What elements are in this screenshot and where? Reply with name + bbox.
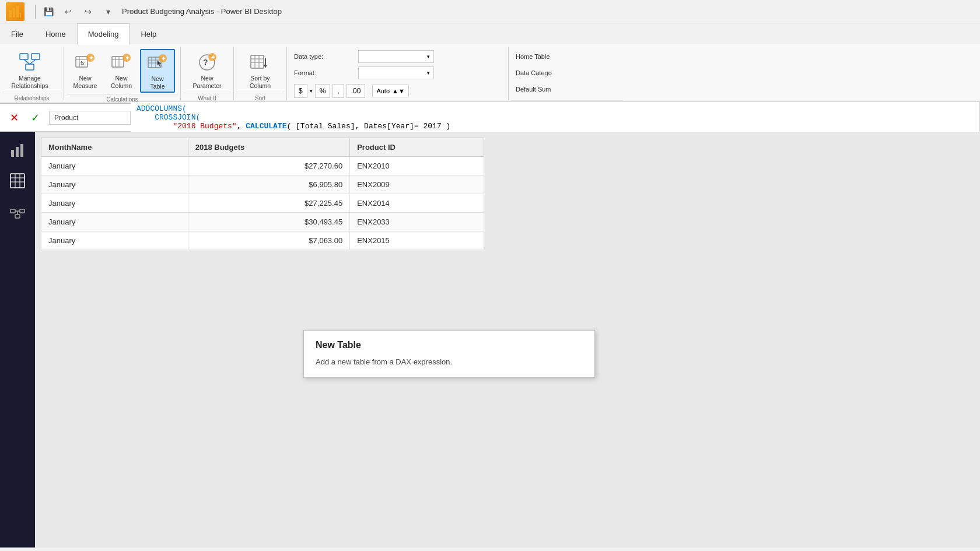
- cell-productid-1: ENX2010: [350, 157, 484, 176]
- quick-access-more-button[interactable]: ▾: [100, 5, 116, 19]
- svg-rect-4: [20, 54, 28, 59]
- cell-productid-2: ENX2009: [350, 176, 484, 194]
- svg-rect-41: [16, 147, 19, 157]
- menu-bar: File Home Modeling Help: [0, 23, 980, 44]
- decimal-button[interactable]: .00: [346, 84, 366, 98]
- currency-button[interactable]: $: [294, 84, 307, 98]
- svg-rect-43: [10, 174, 24, 188]
- new-measure-label: NewMeasure: [74, 75, 97, 89]
- header-2018budgets: 2018 Budgets: [188, 138, 349, 157]
- confirm-formula-button[interactable]: ✓: [28, 111, 42, 125]
- table-row: January $30,493.45 ENX2033: [41, 213, 484, 231]
- auto-down-icon[interactable]: ▼: [398, 87, 405, 94]
- formula-calculate: CALCULATE: [246, 122, 286, 131]
- data-type-arrow-icon: ▾: [427, 54, 430, 59]
- svg-rect-5: [32, 54, 40, 59]
- auto-label: Auto: [376, 87, 390, 94]
- svg-rect-6: [26, 64, 34, 70]
- formula-addcolumns: ADDCOLUMNS(: [136, 104, 187, 113]
- svg-rect-3: [20, 13, 21, 17]
- table-row: January $7,063.00 ENX2015: [41, 231, 484, 250]
- window-title: Product Budgeting Analysis - Power BI De…: [122, 7, 282, 16]
- default-sum-row: Default Sum: [516, 82, 574, 97]
- svg-rect-0: [9, 10, 12, 17]
- table-header-row: MonthName 2018 Budgets Product ID: [41, 138, 484, 157]
- svg-rect-2: [16, 6, 19, 17]
- app-logo: [6, 2, 24, 21]
- svg-line-7: [24, 59, 30, 64]
- manage-relationships-icon: [19, 51, 41, 73]
- ribbon-group-calculations: fx ✦ NewMeasure: [64, 47, 181, 100]
- cell-productid-4: ENX2033: [350, 213, 484, 231]
- undo-button[interactable]: ↩: [60, 5, 76, 19]
- svg-rect-48: [10, 209, 15, 213]
- format-value: [362, 69, 364, 76]
- sort-by-column-button[interactable]: Sort byColumn: [237, 49, 283, 92]
- sidebar-item-data[interactable]: [5, 168, 30, 194]
- table-header: MonthName 2018 Budgets Product ID: [41, 138, 484, 157]
- table-row: January $27,225.45 ENX2014: [41, 194, 484, 213]
- comma-button[interactable]: ,: [332, 84, 344, 98]
- format-dropdown[interactable]: ▾: [358, 66, 434, 79]
- new-column-button[interactable]: ✦ NewColumn: [104, 49, 139, 92]
- formula-line2: CROSSJOIN(: [136, 113, 200, 122]
- data-type-dropdown[interactable]: ▾: [358, 50, 434, 63]
- title-divider: [35, 5, 36, 19]
- cell-budget-1: $27,270.60: [188, 157, 349, 176]
- svg-rect-1: [13, 8, 15, 17]
- formula-input-area[interactable]: ADDCOLUMNS( CROSSJOIN( "2018 Budgets", C…: [131, 101, 980, 134]
- auto-up-icon[interactable]: ▲: [392, 87, 398, 94]
- svg-text:✦: ✦: [161, 55, 166, 62]
- home-table-row: Home Table: [516, 49, 574, 64]
- new-measure-button[interactable]: fx ✦ NewMeasure: [68, 49, 103, 92]
- svg-rect-15: [112, 57, 124, 67]
- menu-help[interactable]: Help: [130, 23, 167, 44]
- redo-button[interactable]: ↪: [80, 5, 96, 19]
- tooltip-title: New Table: [316, 340, 583, 350]
- home-table-label: Home Table: [516, 53, 574, 60]
- sort-by-column-label: Sort byColumn: [250, 75, 271, 89]
- sidebar-item-report[interactable]: [5, 138, 30, 163]
- tooltip-body: Add a new table from a DAX expression.: [316, 356, 583, 368]
- new-parameter-label: NewParameter: [192, 75, 221, 89]
- menu-file[interactable]: File: [0, 23, 34, 44]
- cancel-formula-button[interactable]: ✕: [7, 111, 21, 125]
- auto-dropdown[interactable]: Auto ▲ ▼: [372, 85, 408, 97]
- table-row: January $6,905.80 ENX2009: [41, 176, 484, 194]
- svg-marker-39: [264, 65, 267, 68]
- svg-text:fx: fx: [80, 61, 85, 66]
- currency-arrow-icon[interactable]: ▾: [310, 88, 313, 94]
- svg-rect-50: [15, 215, 20, 218]
- cell-budget-5: $7,063.00: [188, 231, 349, 250]
- formula-string-2018: "2018 Budgets": [173, 122, 236, 131]
- sort-by-column-icon: [249, 51, 271, 73]
- formula-name-box[interactable]: Product: [49, 111, 131, 125]
- menu-modeling[interactable]: Modeling: [77, 23, 130, 45]
- percent-button[interactable]: %: [315, 84, 331, 98]
- new-parameter-icon: ? ✦: [196, 51, 218, 73]
- table-body: January $27,270.60 ENX2010 January $6,90…: [41, 157, 484, 250]
- sidebar: [0, 132, 35, 548]
- menu-home[interactable]: Home: [34, 23, 77, 44]
- formula-line1: ADDCOLUMNS(: [136, 104, 187, 113]
- format-arrow-icon: ▾: [427, 70, 430, 76]
- header-productid: Product ID: [350, 138, 484, 157]
- svg-text:✦: ✦: [89, 55, 94, 61]
- data-category-row: Data Catego: [516, 65, 574, 80]
- cell-budget-3: $27,225.45: [188, 194, 349, 213]
- new-parameter-button[interactable]: ? ✦ NewParameter: [184, 49, 230, 92]
- ribbon-group-relationships: ManageRelationships Relationships: [0, 47, 64, 100]
- properties-content: Home Table Data Catego Default Sum: [511, 47, 623, 99]
- data-type-row: Data type: ▾: [294, 49, 434, 64]
- svg-text:✦: ✦: [211, 54, 216, 61]
- cell-productid-3: ENX2014: [350, 194, 484, 213]
- manage-relationships-button[interactable]: ManageRelationships: [4, 49, 56, 92]
- new-column-label: NewColumn: [111, 75, 132, 89]
- calculations-buttons: fx ✦ NewMeasure: [66, 47, 178, 93]
- default-sum-label: Default Sum: [516, 86, 574, 93]
- save-button[interactable]: 💾: [40, 5, 57, 19]
- sidebar-item-model[interactable]: [5, 198, 30, 224]
- cell-productid-5: ENX2015: [350, 231, 484, 250]
- manage-relationships-label: ManageRelationships: [11, 75, 48, 89]
- new-table-button[interactable]: ✦ NewTable: [140, 49, 175, 93]
